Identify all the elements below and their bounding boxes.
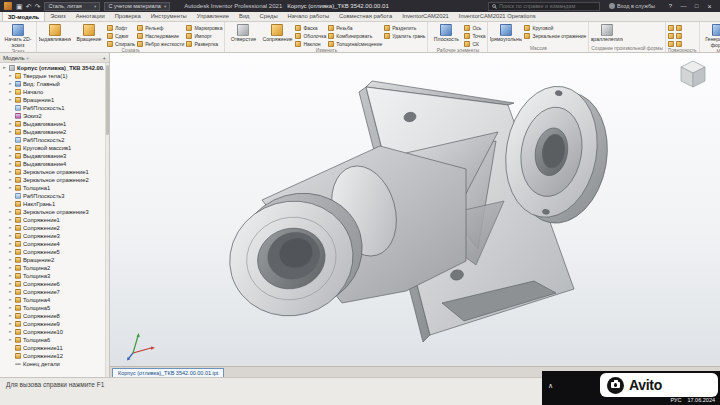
expander-icon[interactable]: [8, 336, 13, 344]
tree-item-34[interactable]: Толщина6: [0, 336, 104, 344]
tree-item-30[interactable]: Толщина5: [0, 304, 104, 312]
expander-icon[interactable]: [2, 64, 7, 72]
tree-item-29[interactable]: Толщина4: [0, 296, 104, 304]
ribbon-button[interactable]: Генератор форм: [702, 23, 720, 48]
ribbon-button[interactable]: Круговой: [524, 24, 586, 31]
tab-10[interactable]: InventorCAM2021: [397, 12, 454, 21]
ribbon-button[interactable]: Вращение: [73, 23, 105, 47]
ribbon-button[interactable]: Разделить: [384, 24, 425, 31]
ribbon-button[interactable]: Ребро жесткости: [137, 40, 184, 47]
ribbon-button[interactable]: Ось: [464, 24, 485, 31]
tree-item-5[interactable]: РабПлоскость1: [0, 104, 104, 112]
ribbon-button[interactable]: Плоскость: [430, 23, 462, 47]
browser-add-icon[interactable]: +: [102, 55, 106, 61]
tree-item-18[interactable]: Зеркальное отражение3: [0, 208, 104, 216]
expander-icon[interactable]: [8, 272, 13, 280]
help-button[interactable]: [664, 1, 677, 12]
ribbon-button[interactable]: Лофт: [107, 24, 135, 31]
browser-scrollbar[interactable]: [105, 63, 109, 377]
tree-item-0[interactable]: Корпус (отливка)_ТКВ 3542.00.00.01: [0, 64, 104, 72]
help-search[interactable]: [488, 2, 600, 11]
tree-item-32[interactable]: Сопряжение9: [0, 320, 104, 328]
viewport-3d[interactable]: [110, 53, 720, 377]
tree-item-13[interactable]: Зеркальное отражение1: [0, 168, 104, 176]
ribbon-button[interactable]: Оболочка: [295, 32, 326, 39]
expander-icon[interactable]: [8, 264, 13, 272]
ribbon-button[interactable]: [676, 24, 682, 31]
tree-item-17[interactable]: НаклГрань1: [0, 200, 104, 208]
minimize-button[interactable]: [677, 1, 690, 12]
ribbon-button[interactable]: Удалить грань: [384, 32, 425, 39]
ribbon-button[interactable]: Резьба: [328, 24, 382, 31]
expander-icon[interactable]: [8, 216, 13, 224]
language-indicator[interactable]: РУС: [670, 397, 681, 403]
expander-icon[interactable]: [8, 80, 13, 88]
expander-icon[interactable]: [8, 72, 13, 80]
expander-icon[interactable]: [8, 328, 13, 336]
ribbon-button[interactable]: [668, 40, 674, 47]
ribbon-button[interactable]: Параллелепипед: [591, 23, 623, 45]
tab-4[interactable]: Инструменты: [146, 12, 192, 21]
tab-3[interactable]: Проверка: [110, 12, 146, 21]
tree-item-26[interactable]: Толщина3: [0, 272, 104, 280]
viewcube[interactable]: [676, 58, 710, 92]
ribbon-button[interactable]: [668, 32, 674, 39]
ribbon-button[interactable]: Сопряжение: [261, 23, 293, 47]
expander-icon[interactable]: [8, 128, 13, 136]
tree-item-27[interactable]: Сопряжение6: [0, 280, 104, 288]
appearance-dropdown[interactable]: С учетом материала: [104, 2, 170, 11]
tree-item-35[interactable]: Сопряжение11: [0, 344, 104, 352]
tree-item-16[interactable]: РабПлоскость3: [0, 192, 104, 200]
expander-icon[interactable]: [8, 320, 13, 328]
expander-icon[interactable]: [8, 288, 13, 296]
tab-0[interactable]: 3D-модель: [2, 12, 45, 21]
expander-icon[interactable]: [8, 168, 13, 176]
expander-icon[interactable]: [8, 232, 13, 240]
tree-item-25[interactable]: Толщина2: [0, 264, 104, 272]
maximize-button[interactable]: [690, 1, 703, 12]
tree-item-24[interactable]: Вращение2: [0, 256, 104, 264]
ribbon-button[interactable]: Точка: [464, 32, 485, 39]
expander-icon[interactable]: [8, 176, 13, 184]
ribbon-button[interactable]: [676, 32, 682, 39]
tab-7[interactable]: Среды: [255, 12, 283, 21]
save-icon[interactable]: [16, 3, 23, 10]
ribbon-button[interactable]: Наследование: [137, 32, 184, 39]
expander-icon[interactable]: [8, 240, 13, 248]
document-tab[interactable]: Корпус (отливка)_ТКВ 3542.00.00.01.ipt: [112, 368, 224, 377]
ribbon-button[interactable]: Спираль: [107, 40, 135, 47]
tree-item-21[interactable]: Сопряжение3: [0, 232, 104, 240]
expander-icon[interactable]: [8, 208, 13, 216]
ribbon-button[interactable]: [668, 24, 674, 31]
tree-item-14[interactable]: Зеркальное отражение2: [0, 176, 104, 184]
tab-1[interactable]: Эскиз: [45, 12, 71, 21]
ribbon-button[interactable]: Фаска: [295, 24, 326, 31]
tab-6[interactable]: Вид: [234, 12, 255, 21]
ribbon-button[interactable]: Развертка: [186, 40, 222, 47]
tree-item-36[interactable]: Сопряжение12: [0, 352, 104, 360]
tree-item-31[interactable]: Сопряжение8: [0, 312, 104, 320]
expander-icon[interactable]: [8, 312, 13, 320]
tree-item-6[interactable]: Эскиз2: [0, 112, 104, 120]
ribbon-button[interactable]: Отверстие: [227, 23, 259, 47]
expander-icon[interactable]: [8, 296, 13, 304]
expander-icon[interactable]: [8, 280, 13, 288]
tree-item-4[interactable]: Вращение1: [0, 96, 104, 104]
browser-header[interactable]: Модель +: [0, 53, 109, 63]
tree-item-37[interactable]: Конец детали: [0, 360, 104, 368]
expander-icon[interactable]: [8, 160, 13, 168]
ribbon-button[interactable]: [676, 40, 682, 47]
taskbar-date[interactable]: 17.06.2024: [687, 397, 715, 403]
ribbon-button[interactable]: Прямоугольный: [490, 23, 522, 45]
ribbon-button[interactable]: Наклон: [295, 40, 326, 47]
close-button[interactable]: [703, 1, 716, 12]
redo-icon[interactable]: [35, 3, 41, 10]
material-dropdown[interactable]: Сталь, литая: [44, 2, 100, 11]
expander-icon[interactable]: [8, 184, 13, 192]
search-input[interactable]: [499, 3, 596, 9]
tab-9[interactable]: Совместная работа: [334, 12, 397, 21]
tree-item-11[interactable]: Выдавливание3: [0, 152, 104, 160]
tree-item-3[interactable]: Начало: [0, 88, 104, 96]
ribbon-button[interactable]: Рельеф: [137, 24, 184, 31]
tray-chevron-icon[interactable]: [548, 382, 553, 390]
